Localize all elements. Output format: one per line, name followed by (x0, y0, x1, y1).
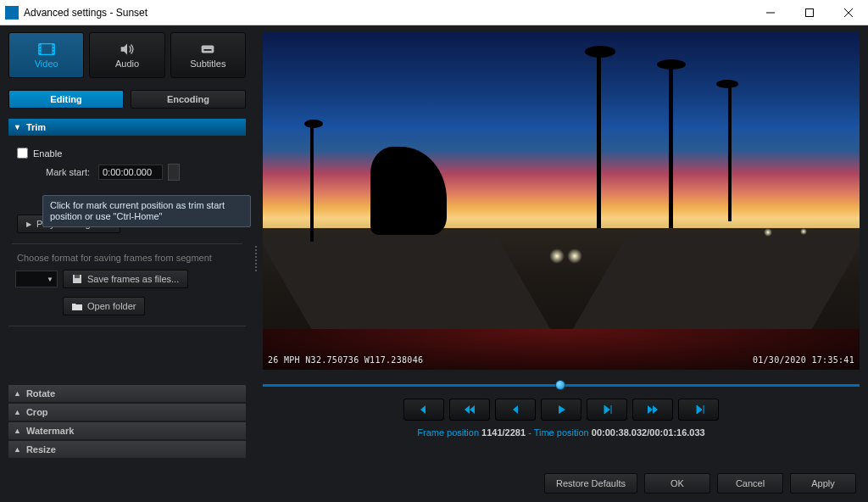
format-select[interactable]: ▼ (15, 271, 58, 287)
section-watermark-header[interactable]: ▲ Watermark (8, 422, 246, 439)
subtab-encoding[interactable]: Encoding (131, 90, 246, 109)
format-hint: Choose format for saving frames from seg… (12, 249, 242, 265)
frame-position-label: Frame position (417, 427, 479, 438)
window-title: Advanced settings - Sunset (24, 7, 751, 19)
trim-enable-label: Enable (33, 148, 62, 159)
chevron-down-icon: ▼ (14, 123, 21, 131)
audio-icon (118, 42, 136, 57)
open-folder-label: Open folder (87, 301, 136, 311)
svg-point-4 (39, 46, 40, 47)
tab-video-label: Video (35, 59, 58, 69)
save-frames-label: Save frames as files... (87, 274, 179, 284)
open-folder-button[interactable]: Open folder (63, 297, 145, 315)
save-icon (72, 274, 82, 284)
svg-point-9 (53, 52, 53, 53)
section-rotate-header[interactable]: ▲ Rotate (8, 385, 246, 402)
folder-icon (72, 302, 82, 311)
svg-rect-11 (204, 49, 212, 51)
subtitles-icon (198, 42, 217, 57)
title-bar: Advanced settings - Sunset (0, 0, 868, 25)
trim-enable-row[interactable]: Enable (12, 148, 242, 159)
mark-start-spinner[interactable] (168, 164, 180, 181)
svg-point-7 (53, 46, 53, 47)
play-button[interactable] (541, 399, 581, 421)
trim-body: Enable Mark start: ▶ Play trim segment C… (8, 141, 246, 326)
tab-audio-label: Audio (115, 59, 139, 69)
panel-drag-handle[interactable] (255, 246, 257, 271)
maximize-button[interactable] (790, 0, 829, 25)
close-button[interactable] (829, 0, 868, 25)
mark-start-tooltip: Click for mark current position as trim … (42, 195, 251, 227)
svg-point-8 (53, 48, 53, 49)
dialog-footer: Restore Defaults OK Cancel Apply (0, 465, 868, 502)
preview-panel: 26 MPH N32.750736 W117.238046 01/30/2020… (254, 25, 868, 465)
section-crop-label: Crop (26, 407, 48, 417)
prev-frame-button[interactable] (495, 399, 536, 421)
frame-position-value: 1141/2281 (481, 427, 526, 438)
chevron-up-icon: ▲ (14, 389, 21, 398)
tab-subtitles-label: Subtitles (190, 59, 225, 69)
section-crop-header[interactable]: ▲ Crop (8, 404, 246, 421)
minimize-button[interactable] (751, 0, 790, 25)
section-resize-header[interactable]: ▲ Resize (8, 441, 246, 458)
go-end-button[interactable] (678, 399, 719, 421)
trim-enable-checkbox[interactable] (17, 148, 28, 159)
cancel-button[interactable]: Cancel (717, 473, 783, 494)
section-rotate-label: Rotate (26, 388, 55, 399)
app-icon (5, 6, 19, 20)
mark-start-input[interactable] (98, 165, 163, 180)
apply-button[interactable]: Apply (790, 473, 856, 494)
chevron-up-icon: ▲ (14, 427, 21, 435)
section-trim-label: Trim (26, 122, 46, 132)
settings-panel: Video Audio Subtitles Editing Encoding ▼… (0, 25, 254, 465)
overlay-timestamp: 01/30/2020 17:35:41 (753, 355, 854, 365)
svg-rect-0 (806, 8, 814, 16)
subtab-editing[interactable]: Editing (8, 90, 124, 109)
tab-audio[interactable]: Audio (89, 32, 164, 78)
svg-rect-13 (75, 275, 80, 278)
mark-start-label: Mark start: (17, 167, 93, 177)
time-position-value: 00:00:38.032/00:01:16.033 (592, 427, 705, 438)
restore-defaults-button[interactable]: Restore Defaults (544, 473, 637, 494)
tab-video[interactable]: Video (8, 32, 84, 78)
go-start-button[interactable] (403, 399, 444, 421)
mark-start-row: Mark start: (12, 164, 242, 181)
next-frame-button[interactable] (587, 399, 627, 421)
svg-point-5 (39, 48, 40, 49)
seek-thumb[interactable] (555, 380, 565, 390)
section-resize-label: Resize (26, 444, 56, 455)
fast-forward-button[interactable] (632, 399, 673, 421)
section-trim-header[interactable]: ▼ Trim (8, 119, 246, 136)
video-preview[interactable]: 26 MPH N32.750736 W117.238046 01/30/2020… (263, 32, 860, 370)
chevron-up-icon: ▲ (14, 408, 21, 416)
svg-point-6 (39, 52, 40, 53)
play-icon: ▶ (26, 220, 31, 228)
position-readout: Frame position 1141/2281 - Time position… (263, 427, 860, 438)
section-watermark-label: Watermark (26, 426, 74, 436)
ok-button[interactable]: OK (644, 473, 710, 494)
video-icon (37, 42, 56, 57)
tab-subtitles[interactable]: Subtitles (170, 32, 246, 78)
save-frames-button[interactable]: Save frames as files... (63, 270, 188, 288)
chevron-up-icon: ▲ (14, 445, 21, 454)
overlay-telemetry: 26 MPH N32.750736 W117.238046 (268, 355, 423, 365)
rewind-button[interactable] (449, 399, 490, 421)
transport-controls (263, 399, 860, 421)
seek-bar[interactable] (263, 380, 860, 390)
time-position-label: Time position (534, 427, 589, 438)
